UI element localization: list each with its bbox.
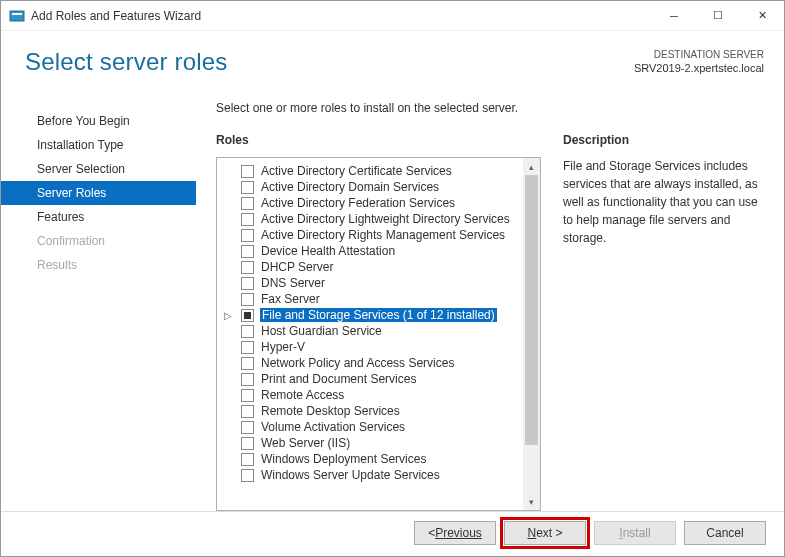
- role-row[interactable]: Windows Deployment Services: [217, 451, 523, 467]
- checkbox[interactable]: [241, 357, 254, 370]
- page-title: Select server roles: [25, 48, 634, 76]
- role-label: Windows Server Update Services: [260, 468, 441, 482]
- role-row[interactable]: Volume Activation Services: [217, 419, 523, 435]
- role-label: Windows Deployment Services: [260, 452, 427, 466]
- role-row[interactable]: Remote Desktop Services: [217, 403, 523, 419]
- role-label: Print and Document Services: [260, 372, 417, 386]
- nav-item-installation-type[interactable]: Installation Type: [1, 133, 196, 157]
- description-text: File and Storage Services includes servi…: [563, 157, 766, 247]
- role-label: Active Directory Federation Services: [260, 196, 456, 210]
- checkbox[interactable]: [241, 453, 254, 466]
- scrollbar[interactable]: ▴ ▾: [523, 158, 540, 510]
- role-row[interactable]: Active Directory Domain Services: [217, 179, 523, 195]
- svg-rect-1: [12, 13, 22, 15]
- role-label: Device Health Attestation: [260, 244, 396, 258]
- wizard-nav: Before You BeginInstallation TypeServer …: [1, 101, 196, 511]
- page-header: Select server roles DESTINATION SERVER S…: [1, 31, 784, 81]
- checkbox[interactable]: [241, 181, 254, 194]
- checkbox[interactable]: [241, 213, 254, 226]
- role-row[interactable]: Network Policy and Access Services: [217, 355, 523, 371]
- role-label: DNS Server: [260, 276, 326, 290]
- destination-server: SRV2019-2.xpertstec.local: [634, 61, 764, 75]
- nav-item-confirmation: Confirmation: [1, 229, 196, 253]
- maximize-button[interactable]: ☐: [696, 1, 740, 31]
- checkbox[interactable]: [241, 309, 254, 322]
- app-icon: [9, 8, 25, 24]
- role-row[interactable]: Fax Server: [217, 291, 523, 307]
- role-row[interactable]: Active Directory Lightweight Directory S…: [217, 211, 523, 227]
- checkbox[interactable]: [241, 197, 254, 210]
- scroll-track[interactable]: [523, 175, 540, 493]
- destination-block: DESTINATION SERVER SRV2019-2.xpertstec.l…: [634, 48, 764, 75]
- role-label: Fax Server: [260, 292, 321, 306]
- roles-column: Roles Active Directory Certificate Servi…: [216, 133, 541, 511]
- role-row[interactable]: Remote Access: [217, 387, 523, 403]
- role-label: Remote Desktop Services: [260, 404, 401, 418]
- window-title: Add Roles and Features Wizard: [31, 9, 652, 23]
- role-row[interactable]: ▷File and Storage Services (1 of 12 inst…: [217, 307, 523, 323]
- checkbox[interactable]: [241, 261, 254, 274]
- window-controls: ─ ☐ ✕: [652, 1, 784, 31]
- svg-rect-0: [10, 11, 24, 21]
- role-label: Remote Access: [260, 388, 345, 402]
- cancel-button[interactable]: Cancel: [684, 521, 766, 545]
- role-row[interactable]: Device Health Attestation: [217, 243, 523, 259]
- checkbox[interactable]: [241, 373, 254, 386]
- minimize-button[interactable]: ─: [652, 1, 696, 31]
- scroll-up-button[interactable]: ▴: [523, 158, 540, 175]
- role-label: File and Storage Services (1 of 12 insta…: [260, 308, 497, 322]
- scroll-down-button[interactable]: ▾: [523, 493, 540, 510]
- nav-item-features[interactable]: Features: [1, 205, 196, 229]
- title-bar: Add Roles and Features Wizard ─ ☐ ✕: [1, 1, 784, 31]
- description-heading: Description: [563, 133, 766, 147]
- checkbox[interactable]: [241, 341, 254, 354]
- destination-label: DESTINATION SERVER: [634, 48, 764, 61]
- role-label: Network Policy and Access Services: [260, 356, 455, 370]
- nav-item-results: Results: [1, 253, 196, 277]
- role-row[interactable]: Hyper-V: [217, 339, 523, 355]
- checkbox[interactable]: [241, 165, 254, 178]
- role-label: Active Directory Lightweight Directory S…: [260, 212, 511, 226]
- role-row[interactable]: Print and Document Services: [217, 371, 523, 387]
- role-row[interactable]: Active Directory Certificate Services: [217, 163, 523, 179]
- role-label: Host Guardian Service: [260, 324, 383, 338]
- role-label: Web Server (IIS): [260, 436, 351, 450]
- role-label: Active Directory Domain Services: [260, 180, 440, 194]
- role-row[interactable]: Host Guardian Service: [217, 323, 523, 339]
- nav-item-before-you-begin[interactable]: Before You Begin: [1, 109, 196, 133]
- role-label: DHCP Server: [260, 260, 334, 274]
- close-button[interactable]: ✕: [740, 1, 784, 31]
- scroll-thumb[interactable]: [525, 175, 538, 445]
- checkbox[interactable]: [241, 421, 254, 434]
- checkbox[interactable]: [241, 389, 254, 402]
- role-row[interactable]: Active Directory Federation Services: [217, 195, 523, 211]
- nav-item-server-selection[interactable]: Server Selection: [1, 157, 196, 181]
- checkbox[interactable]: [241, 229, 254, 242]
- role-row[interactable]: DNS Server: [217, 275, 523, 291]
- checkbox[interactable]: [241, 325, 254, 338]
- checkbox[interactable]: [241, 405, 254, 418]
- roles-heading: Roles: [216, 133, 541, 147]
- expand-icon[interactable]: ▷: [223, 310, 233, 321]
- next-button[interactable]: Next >: [504, 521, 586, 545]
- role-label: Hyper-V: [260, 340, 306, 354]
- checkbox[interactable]: [241, 245, 254, 258]
- footer: < Previous Next > Install Cancel: [1, 511, 784, 553]
- roles-list[interactable]: Active Directory Certificate ServicesAct…: [217, 158, 523, 510]
- checkbox[interactable]: [241, 437, 254, 450]
- role-row[interactable]: Windows Server Update Services: [217, 467, 523, 483]
- role-label: Volume Activation Services: [260, 420, 406, 434]
- roles-listbox: Active Directory Certificate ServicesAct…: [216, 157, 541, 511]
- previous-button[interactable]: < Previous: [414, 521, 496, 545]
- install-button: Install: [594, 521, 676, 545]
- description-column: Description File and Storage Services in…: [563, 133, 766, 511]
- checkbox[interactable]: [241, 469, 254, 482]
- checkbox[interactable]: [241, 277, 254, 290]
- checkbox[interactable]: [241, 293, 254, 306]
- role-row[interactable]: DHCP Server: [217, 259, 523, 275]
- nav-item-server-roles[interactable]: Server Roles: [1, 181, 196, 205]
- role-label: Active Directory Rights Management Servi…: [260, 228, 506, 242]
- role-row[interactable]: Web Server (IIS): [217, 435, 523, 451]
- instruction-text: Select one or more roles to install on t…: [216, 101, 766, 115]
- role-row[interactable]: Active Directory Rights Management Servi…: [217, 227, 523, 243]
